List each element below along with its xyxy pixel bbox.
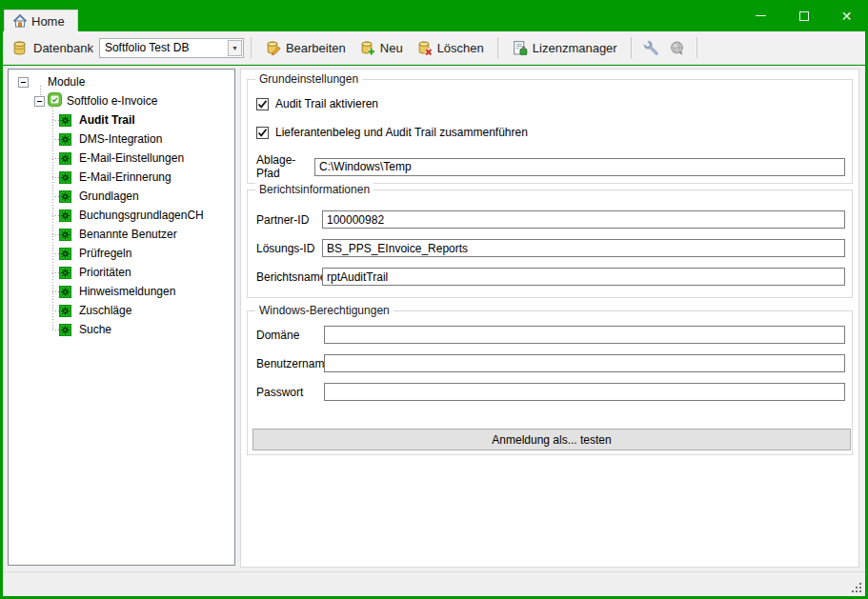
tree-item-benannte-benutzer[interactable]: Benannte Benutzer — [9, 225, 234, 244]
close-button[interactable]: ✕ — [825, 0, 868, 31]
app-window: Home ✕ Datenbank Softfolio Test DB ▼ — [0, 0, 868, 599]
module-gear-icon — [59, 152, 71, 165]
tree-group-softfolio-e-invoice[interactable]: Softfolio e-Invoice — [9, 91, 234, 110]
database-icon — [11, 40, 28, 56]
edit-button-label: Bearbeiten — [286, 41, 346, 55]
web-button[interactable] — [664, 36, 690, 60]
tab-home[interactable]: Home — [4, 10, 78, 31]
chevron-down-icon[interactable]: ▼ — [228, 40, 242, 56]
domaene-input[interactable] — [324, 326, 845, 344]
module-gear-icon — [59, 190, 71, 203]
field-row-loesungs-id: Lösungs-ID — [256, 239, 845, 257]
tree-item-grundlagen[interactable]: Grundlagen — [9, 187, 234, 206]
merge-checkbox[interactable] — [256, 127, 269, 139]
minimize-button[interactable] — [739, 0, 782, 31]
titlebar: Home ✕ — [0, 0, 868, 31]
tree-item-pruefregeln[interactable]: Prüfregeln — [9, 244, 234, 263]
tree-item-prioritaeten[interactable]: Prioritäten — [9, 263, 234, 282]
minimize-icon — [756, 15, 766, 16]
wrench-icon — [643, 40, 659, 56]
passwort-input[interactable] — [324, 383, 845, 401]
database-combobox[interactable]: Softfolio Test DB ▼ — [99, 38, 244, 58]
tree-group-label: Softfolio e-Invoice — [64, 93, 160, 109]
tree-item-label: DMS-Integration — [76, 131, 165, 147]
module-gear-icon — [59, 267, 71, 279]
test-login-button[interactable]: Anmeldung als... testen — [252, 429, 851, 450]
globe-icon — [669, 40, 685, 56]
toolbar: Datenbank Softfolio Test DB ▼ Bearbeiten — [3, 31, 865, 65]
toolbar-separator — [696, 37, 697, 58]
field-row-partner-id: Partner-ID — [256, 210, 845, 229]
tree-item-label: Prüfregeln — [76, 246, 134, 261]
tree-root-label: Module — [45, 74, 88, 90]
new-database-icon — [359, 40, 375, 56]
tree-item-email-erinnerung[interactable]: E-Mail-Erinnerung — [9, 168, 234, 187]
groupbox-title: Grundeinstellungen — [255, 72, 362, 86]
window-controls: ✕ — [739, 0, 868, 31]
tools-button[interactable] — [638, 36, 664, 60]
tree-item-label: Grundlagen — [76, 189, 142, 204]
module-gear-icon — [59, 248, 71, 260]
maximize-button[interactable] — [782, 0, 825, 31]
license-manager-button[interactable]: Lizenzmanager — [505, 36, 624, 60]
tree-item-hinweismeldungen[interactable]: Hinweismeldungen — [9, 282, 234, 301]
loesungs-id-input[interactable] — [322, 239, 845, 257]
partner-id-input[interactable] — [322, 210, 845, 229]
module-gear-icon — [59, 229, 71, 241]
berichtsname-input[interactable] — [322, 268, 845, 286]
maximize-icon — [799, 11, 809, 21]
groupbox-title: Windows-Berechtigungen — [255, 304, 394, 317]
field-row-berichtsname: Berichtsname — [256, 268, 845, 286]
module-gear-icon — [59, 324, 71, 336]
audit-trail-checkbox-label: Audit Trail aktivieren — [275, 97, 378, 110]
ablage-pfad-label: Ablage-Pfad — [256, 153, 314, 180]
settings-panel: Grundeinstellungen Audit Trail aktiviere… — [240, 69, 859, 568]
collapse-icon[interactable] — [34, 96, 45, 107]
field-row-passwort: Passwort — [256, 383, 845, 401]
benutzername-input[interactable] — [324, 354, 845, 372]
tree-item-label: E-Mail-Einstellungen — [76, 150, 187, 166]
groupbox-title: Berichtsinformationen — [255, 183, 373, 196]
edit-database-icon — [265, 40, 281, 56]
edit-button[interactable]: Bearbeiten — [258, 36, 353, 60]
tree-root-module[interactable]: Module — [9, 72, 234, 91]
tree-item-dms-integration[interactable]: DMS-Integration — [9, 130, 234, 149]
close-icon: ✕ — [841, 10, 853, 23]
tree-item-audit-trail[interactable]: Audit Trail — [9, 110, 234, 130]
ablage-pfad-input[interactable] — [314, 158, 845, 176]
collapse-icon[interactable] — [18, 77, 29, 88]
checkbox-row-merge: Lieferantenbeleg und Audit Trail zusamme… — [256, 126, 528, 139]
module-gear-icon — [59, 133, 71, 146]
field-row-domaene: Domäne — [256, 326, 845, 344]
main-content: Module Softfolio e-Invoice Audit Trail — [3, 66, 865, 596]
module-gear-icon — [59, 171, 71, 184]
status-bar — [3, 571, 865, 596]
groupbox-grundeinstellungen: Grundeinstellungen Audit Trail aktiviere… — [247, 79, 853, 184]
module-gear-icon — [59, 286, 71, 298]
tree-item-label: Audit Trail — [76, 112, 138, 128]
new-button[interactable]: Neu — [353, 36, 410, 60]
tree-item-buchungsgrundlagench[interactable]: BuchungsgrundlagenCH — [9, 206, 234, 225]
checkbox-row-audit-trail: Audit Trail aktivieren — [256, 97, 378, 110]
resize-grip-icon[interactable] — [850, 581, 861, 592]
tab-home-label: Home — [31, 14, 65, 29]
license-manager-icon — [512, 40, 528, 56]
tree-item-label: BuchungsgrundlagenCH — [76, 208, 207, 223]
module-gear-icon — [59, 114, 71, 127]
tree-item-zuschlaege[interactable]: Zuschläge — [9, 301, 234, 320]
tree-item-suche[interactable]: Suche — [9, 320, 234, 339]
checkmark-icon — [257, 99, 268, 110]
audit-trail-checkbox[interactable] — [256, 98, 269, 110]
tree-item-label: E-Mail-Erinnerung — [76, 170, 174, 185]
delete-button[interactable]: Löschen — [410, 36, 491, 60]
module-tree: Module Softfolio e-Invoice Audit Trail — [8, 69, 235, 566]
tree-item-label: Hinweismeldungen — [76, 284, 178, 299]
softfolio-app-icon — [48, 92, 62, 110]
module-gear-icon — [59, 305, 71, 317]
delete-database-icon — [416, 40, 433, 56]
module-gear-icon — [59, 210, 71, 222]
field-row-ablage-pfad: Ablage-Pfad — [256, 153, 845, 180]
delete-button-label: Löschen — [437, 41, 484, 55]
benutzername-label: Benutzername — [256, 357, 324, 370]
tree-item-email-einstellungen[interactable]: E-Mail-Einstellungen — [9, 149, 234, 168]
